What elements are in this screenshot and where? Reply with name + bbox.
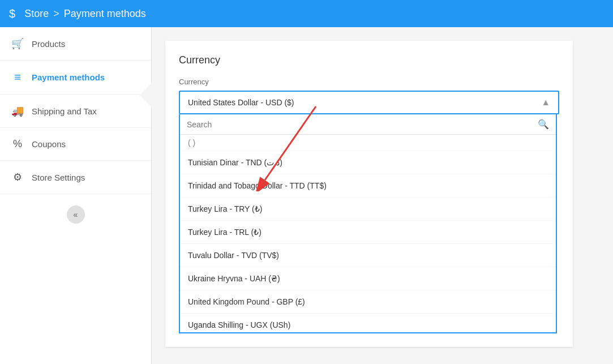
dropdown-item[interactable]: Turkey Lira - TRL (₺) <box>180 221 556 244</box>
currency-select[interactable]: United States Dollar - USD ($) ▲ <box>179 91 559 114</box>
layout: 🛒 Products ≡ Payment methods 🚚 Shipping … <box>0 27 613 364</box>
sidebar: 🛒 Products ≡ Payment methods 🚚 Shipping … <box>0 27 152 364</box>
item-label: Tunisian Dinar - TND (د.ت) <box>188 158 282 167</box>
dropdown-item[interactable]: Tuvalu Dollar - TVD (TV$) <box>180 244 556 267</box>
dropdown-arrow-icon: ▲ <box>541 97 550 108</box>
item-label: Trinidad and Tobago Dollar - TTD (TT$) <box>188 181 327 190</box>
sidebar-item-label: Shipping and Tax <box>32 106 97 116</box>
dropdown-item[interactable]: United Kingdom Pound - GBP (£) <box>180 290 556 314</box>
collapse-icon: « <box>74 210 78 219</box>
settings-icon: ⚙ <box>11 171 24 183</box>
dropdown-item-partial[interactable]: ( ) <box>180 135 556 151</box>
store-icon: $ <box>9 7 15 20</box>
card-title: Currency <box>179 54 559 66</box>
sidebar-item-payment-methods[interactable]: ≡ Payment methods <box>0 61 151 95</box>
item-label: Tuvalu Dollar - TVD (TV$) <box>188 251 279 260</box>
collapse-button[interactable]: « <box>67 205 85 224</box>
shipping-icon: 🚚 <box>11 105 24 117</box>
sidebar-item-label: Products <box>32 39 65 49</box>
search-bar: 🔍 <box>180 114 556 135</box>
sidebar-item-store-settings[interactable]: ⚙ Store Settings <box>0 161 151 194</box>
partial-text: ( ) <box>188 138 195 147</box>
sidebar-item-label: Payment methods <box>32 72 105 82</box>
item-label: Turkey Lira - TRY (₺) <box>188 204 262 213</box>
item-label: United Kingdom Pound - GBP (£) <box>188 297 305 306</box>
sidebar-item-shipping-tax[interactable]: 🚚 Shipping and Tax <box>0 95 151 128</box>
search-input[interactable] <box>187 120 538 129</box>
sidebar-item-products[interactable]: 🛒 Products <box>0 27 151 61</box>
active-indicator <box>139 83 152 108</box>
selected-currency: United States Dollar - USD ($) <box>188 98 294 107</box>
currency-card: Currency Currency United States Dollar -… <box>165 41 573 347</box>
currency-dropdown: 🔍 ( ) Tunisian Dinar - TND (د.ت) Trinida… <box>179 114 557 333</box>
breadcrumb: $ Store > Payment methods <box>9 7 146 20</box>
sidebar-item-label: Coupons <box>32 139 66 149</box>
dropdown-item[interactable]: Tunisian Dinar - TND (د.ت) <box>180 151 556 174</box>
item-label: Ukraine Hryvna - UAH (₴) <box>188 274 280 283</box>
field-label: Currency <box>179 78 559 86</box>
sidebar-item-label: Store Settings <box>32 173 85 182</box>
dropdown-item[interactable]: Ukraine Hryvna - UAH (₴) <box>180 267 556 290</box>
header: $ Store > Payment methods <box>0 0 613 27</box>
item-label: Uganda Shilling - UGX (USh) <box>188 320 290 329</box>
store-label: Store <box>24 8 49 20</box>
payment-icon: ≡ <box>11 71 24 84</box>
dropdown-item[interactable]: Uganda Shilling - UGX (USh) <box>180 314 556 332</box>
main-content: Currency Currency United States Dollar -… <box>152 27 613 364</box>
breadcrumb-separator: > <box>53 8 59 20</box>
page-title: Payment methods <box>64 8 146 20</box>
coupons-icon: % <box>11 138 24 150</box>
sidebar-collapse: « <box>0 199 151 230</box>
sidebar-item-coupons[interactable]: % Coupons <box>0 128 151 161</box>
dropdown-item[interactable]: Turkey Lira - TRY (₺) <box>180 198 556 221</box>
dropdown-item[interactable]: Trinidad and Tobago Dollar - TTD (TT$) <box>180 174 556 198</box>
products-icon: 🛒 <box>11 37 24 50</box>
dropdown-list[interactable]: Tunisian Dinar - TND (د.ت) Trinidad and … <box>180 151 556 332</box>
item-label: Turkey Lira - TRL (₺) <box>188 228 262 237</box>
search-icon: 🔍 <box>538 119 549 130</box>
